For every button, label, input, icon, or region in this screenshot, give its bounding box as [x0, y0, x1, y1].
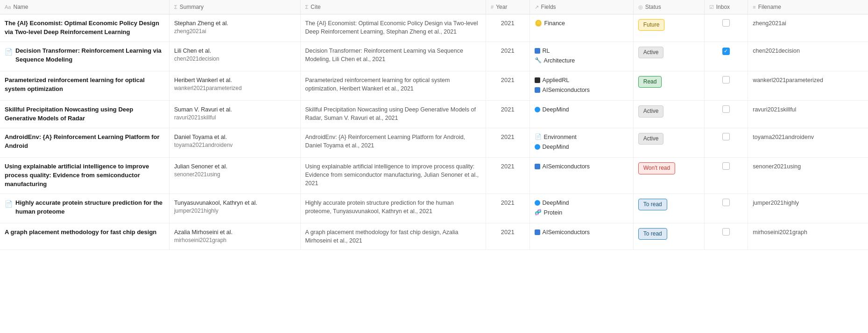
cell-fields: AppliedRLAISemiconductors: [529, 71, 633, 100]
summary-author: Azalia Mirhoseini et al.: [174, 228, 296, 236]
cell-status[interactable]: Read: [633, 71, 704, 100]
col-icon-cite: Σ: [305, 4, 309, 10]
cell-summary: Lili Chen et al.chen2021decision: [169, 42, 300, 71]
cell-filename: wankerl2021parameterized: [748, 71, 868, 100]
cell-inbox[interactable]: [704, 71, 748, 100]
field-doc-icon: 📄: [535, 133, 542, 141]
field-square-icon: [535, 48, 540, 54]
field-square-icon: [535, 87, 540, 93]
col-header-fields[interactable]: ↗Fields: [529, 0, 633, 14]
cell-filename: chen2021decision: [748, 42, 868, 71]
col-label-filename: Filename: [758, 4, 781, 10]
col-header-filename[interactable]: ≡Filename: [748, 0, 868, 14]
paper-title[interactable]: A graph placement methodology for fast c…: [5, 229, 156, 236]
col-header-summary[interactable]: ΣSummary: [169, 0, 300, 14]
cite-text: A graph placement methodology for fast c…: [305, 229, 459, 244]
cite-text: Decision Transformer: Reinforcement Lear…: [305, 48, 463, 62]
col-header-inbox[interactable]: ☑Inbox: [704, 0, 748, 14]
col-icon-inbox: ☑: [709, 4, 714, 10]
field-tag: 🪙Finance: [535, 19, 628, 28]
col-icon-fields: ↗: [535, 4, 539, 10]
cell-summary: Azalia Mirhoseini et al.mirhoseini2021gr…: [169, 223, 300, 250]
summary-cite-key: chen2021decision: [174, 55, 296, 63]
status-badge[interactable]: To read: [638, 199, 667, 210]
year-value: 2021: [501, 163, 515, 170]
year-value: 2021: [501, 106, 515, 113]
cell-status[interactable]: Active: [633, 101, 704, 128]
paper-title[interactable]: Skillful Precipitation Nowcasting using …: [5, 106, 133, 122]
field-wrench-icon: 🔧: [535, 56, 542, 64]
cell-summary: Stephan Zheng et al.zheng2021ai: [169, 14, 300, 42]
paper-title[interactable]: Highly accurate protein structure predic…: [15, 199, 164, 216]
paper-title[interactable]: Decision Transformer: Reinforcement Lear…: [15, 47, 164, 64]
status-badge[interactable]: Read: [638, 76, 662, 88]
field-tag: DeepMind: [535, 105, 628, 114]
summary-author: Suman V. Ravuri et al.: [174, 105, 296, 114]
field-tag: AISemiconductors: [535, 86, 628, 94]
status-badge[interactable]: Active: [638, 133, 664, 145]
cell-status[interactable]: Future: [633, 14, 704, 42]
cell-inbox[interactable]: [704, 101, 748, 128]
paper-title[interactable]: AndroidEnv: {A} Reinforcement Learning P…: [5, 133, 160, 149]
field-name: DeepMind: [543, 105, 569, 114]
cell-year: 2021: [486, 128, 530, 157]
paper-title[interactable]: Parameterized reinforcement learning for…: [5, 76, 145, 92]
col-header-status[interactable]: ◎Status: [633, 0, 704, 14]
year-value: 2021: [501, 229, 515, 236]
papers-table: AaNameΣSummaryΣCite#Year↗Fields◎Status☑I…: [0, 0, 868, 250]
inbox-checkbox[interactable]: ✓: [722, 48, 730, 55]
field-dot-icon: [535, 144, 540, 150]
summary-cite-key: jumper2021highly: [174, 207, 296, 215]
paper-title[interactable]: Using explainable artificial intelligenc…: [5, 163, 149, 187]
cell-inbox[interactable]: [704, 223, 748, 250]
year-value: 2021: [501, 47, 515, 54]
cell-status[interactable]: Won't read: [633, 158, 704, 194]
col-header-year[interactable]: #Year: [486, 0, 530, 14]
inbox-checkbox[interactable]: [722, 228, 730, 236]
cell-inbox[interactable]: [704, 158, 748, 194]
status-badge[interactable]: To read: [638, 228, 667, 240]
col-header-cite[interactable]: ΣCite: [300, 0, 486, 14]
cell-fields: 🪙Finance: [529, 14, 633, 42]
table-row: A graph placement methodology for fast c…: [0, 223, 868, 250]
cell-cite: AndroidEnv: {A} Reinforcement Learning P…: [300, 128, 486, 157]
cell-filename: ravuri2021skillful: [748, 101, 868, 128]
cell-year: 2021: [486, 194, 530, 223]
col-icon-filename: ≡: [753, 4, 755, 10]
inbox-checkbox[interactable]: [722, 199, 730, 206]
inbox-checkbox[interactable]: [722, 76, 730, 83]
table-row: The {AI} Economist: Optimal Economic Pol…: [0, 14, 868, 42]
status-badge[interactable]: Active: [638, 47, 664, 58]
inbox-checkbox[interactable]: [722, 162, 730, 170]
cell-name: 📄Decision Transformer: Reinforcement Lea…: [0, 42, 169, 71]
field-square-icon: [535, 164, 540, 169]
cell-cite: Skillful Precipitation Nowcasting using …: [300, 101, 486, 128]
cell-status[interactable]: Active: [633, 42, 704, 71]
paper-title[interactable]: The {AI} Economist: Optimal Economic Pol…: [5, 20, 159, 35]
cell-inbox[interactable]: [704, 128, 748, 157]
col-header-name[interactable]: AaName: [0, 0, 169, 14]
field-tag: 🧬Protein: [535, 208, 628, 217]
year-value: 2021: [501, 199, 515, 206]
status-badge[interactable]: Active: [638, 105, 664, 117]
cell-inbox[interactable]: [704, 194, 748, 223]
cell-inbox[interactable]: [704, 14, 748, 42]
cell-inbox[interactable]: ✓: [704, 42, 748, 71]
inbox-checkbox[interactable]: [722, 133, 730, 140]
cell-status[interactable]: To read: [633, 194, 704, 223]
status-badge[interactable]: Won't read: [638, 162, 675, 174]
col-icon-name: Aa: [5, 4, 11, 10]
filename-value: senoner2021using: [753, 163, 801, 170]
cell-status[interactable]: To read: [633, 223, 704, 250]
cell-cite: Parameterized reinforcement learning for…: [300, 71, 486, 100]
cell-fields: AISemiconductors: [529, 158, 633, 194]
field-name: Architecture: [544, 56, 575, 65]
inbox-checkbox[interactable]: [722, 19, 730, 27]
cell-filename: senoner2021using: [748, 158, 868, 194]
inbox-checkbox[interactable]: [722, 105, 730, 113]
field-name: AISemiconductors: [543, 86, 590, 94]
summary-author: Julian Senoner et al.: [174, 162, 296, 171]
cell-status[interactable]: Active: [633, 128, 704, 157]
status-badge[interactable]: Future: [638, 19, 665, 31]
cell-fields: 📄EnvironmentDeepMind: [529, 128, 633, 157]
